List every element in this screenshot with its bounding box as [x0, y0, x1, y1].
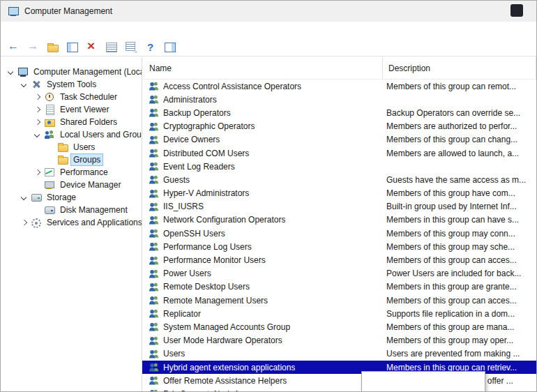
menu-view[interactable] [33, 29, 47, 31]
menu-help[interactable] [47, 29, 61, 31]
menubar [1, 22, 536, 38]
tree-item-computer-management-local[interactable]: Computer Management (Local [1, 66, 142, 78]
chevron-icon[interactable] [33, 206, 42, 215]
group-icon [149, 121, 159, 132]
chevron-icon[interactable] [33, 118, 42, 127]
chevron-icon[interactable] [46, 156, 55, 165]
group-row-device-owners[interactable]: Device Owners Members of this group can … [142, 133, 536, 146]
console-tree: Computer Management (Local System Tools … [1, 57, 142, 391]
group-row-guests[interactable]: Guests Guests have the same access as m.… [142, 173, 536, 186]
context-menu-item[interactable] [362, 374, 485, 382]
group-icon [149, 349, 159, 359]
group-row-performance-monitor-users[interactable]: Performance Monitor Users Members of thi… [142, 253, 536, 266]
tree-item-event-viewer[interactable]: Event Viewer [1, 103, 142, 116]
tree-item-performance[interactable]: Performance [1, 166, 142, 179]
group-row-power-users[interactable]: Power Users Power Users are included for… [142, 267, 536, 280]
groups-list: Access Control Assistance Operators Memb… [142, 80, 536, 391]
group-icon [149, 148, 159, 158]
toolbar [1, 38, 536, 56]
services-icon [31, 217, 42, 228]
event-icon [44, 104, 55, 115]
chevron-icon[interactable] [46, 143, 55, 152]
tree-item-shared-folders[interactable]: Shared Folders [1, 116, 142, 128]
group-row-hyper-v-administrators[interactable]: Hyper-V Administrators Members of this g… [142, 187, 536, 200]
group-row-event-log-readers[interactable]: Event Log Readers [142, 160, 536, 173]
tree-item-local-users-and-groups[interactable]: Local Users and Groups [1, 128, 142, 141]
window-title: Computer Management [24, 6, 112, 16]
export-list-button[interactable] [122, 39, 139, 55]
group-row-iis-iusrs[interactable]: IIS_IUSRS Built-in group used by Interne… [142, 200, 536, 213]
menu-file[interactable] [5, 29, 19, 31]
group-icon [149, 362, 159, 372]
group-row-cryptographic-operators[interactable]: Cryptographic Operators Members are auth… [142, 120, 536, 133]
chevron-icon[interactable] [20, 218, 29, 227]
group-icon [149, 295, 159, 306]
properties-icon [105, 41, 117, 52]
group-icon [149, 81, 159, 91]
tree-item-groups[interactable]: Groups [1, 153, 142, 166]
window-control-button[interactable] [510, 4, 523, 17]
folder-icon [57, 154, 68, 165]
group-row-users[interactable]: Users Users are prevented from making ..… [142, 347, 536, 361]
group-row-network-configuration-operators[interactable]: Network Configuration Operators Members … [142, 213, 536, 227]
group-icon [149, 94, 159, 105]
menu-action[interactable] [19, 29, 33, 31]
delete-button[interactable] [83, 39, 100, 55]
column-header-name[interactable]: Name [142, 57, 383, 79]
group-row-distributed-com-users[interactable]: Distributed COM Users Members are allowe… [142, 146, 536, 160]
chevron-icon[interactable] [33, 105, 42, 114]
group-row-openssh-users[interactable]: OpenSSH Users Members of this group may … [142, 227, 536, 240]
app-icon [8, 6, 19, 17]
properties-button[interactable] [103, 39, 120, 55]
tree-item-task-scheduler[interactable]: Task Scheduler [1, 91, 142, 103]
tree-item-storage[interactable]: Storage [1, 191, 142, 204]
back-button[interactable] [5, 39, 22, 55]
group-row-remote-desktop-users[interactable]: Remote Desktop Users Members in this gro… [142, 280, 536, 294]
chevron-icon[interactable] [33, 93, 42, 102]
group-row-backup-operators[interactable]: Backup Operators Backup Operators can ov… [142, 106, 536, 119]
group-icon [149, 308, 159, 319]
tools-icon [31, 79, 42, 90]
tree-item-users[interactable]: Users [1, 141, 142, 153]
tree-item-disk-management[interactable]: Disk Management [1, 204, 142, 216]
group-row-administrators[interactable]: Administrators [142, 93, 536, 106]
shared-icon [44, 116, 55, 128]
chevron-icon[interactable] [33, 168, 42, 177]
back-icon [8, 41, 20, 52]
chevron-icon[interactable] [20, 80, 29, 89]
tree-item-services-and-applications[interactable]: Services and Applications [1, 216, 142, 229]
action-pane-button[interactable] [161, 39, 179, 55]
up-one-level-button[interactable] [44, 39, 61, 55]
group-row-system-managed-accounts-group[interactable]: System Managed Accounts Group Members of… [142, 320, 536, 333]
chevron-icon[interactable] [33, 181, 42, 190]
group-icon [149, 174, 159, 185]
show-console-tree-button[interactable] [63, 39, 81, 55]
chevron-icon[interactable] [6, 68, 15, 77]
group-icon [149, 107, 159, 118]
up-one-level-icon [47, 41, 59, 52]
group-icon [149, 269, 159, 279]
computer-management-window: Computer Management [0, 0, 537, 392]
show-console-tree-icon [66, 41, 78, 52]
group-row-replicator[interactable]: Replicator Supports file replication in … [142, 307, 536, 320]
tree-item-device-manager[interactable]: Device Manager [1, 179, 142, 191]
group-row-user-mode-hardware-operators[interactable]: User Mode Hardware Operators Members of … [142, 334, 536, 347]
titlebar: Computer Management [1, 1, 536, 22]
forward-icon [27, 41, 39, 52]
delete-icon [86, 41, 98, 52]
group-row-performance-log-users[interactable]: Performance Log Users Members of this gr… [142, 240, 536, 253]
export-list-icon [125, 41, 137, 52]
group-row-remote-management-users[interactable]: Remote Management Users Members of this … [142, 294, 536, 307]
forward-button[interactable] [24, 39, 42, 55]
localusers-icon [44, 129, 55, 140]
folder-icon [57, 142, 68, 153]
tree-item-system-tools[interactable]: System Tools [1, 78, 142, 91]
group-icon [149, 188, 159, 199]
group-icon [149, 282, 159, 292]
column-header-description[interactable]: Description [383, 57, 536, 79]
group-row-access-control-assistance-operators[interactable]: Access Control Assistance Operators Memb… [142, 80, 536, 93]
chevron-icon[interactable] [20, 193, 29, 202]
device-icon [44, 179, 55, 190]
chevron-icon[interactable] [33, 130, 42, 140]
help-button[interactable] [142, 39, 159, 55]
